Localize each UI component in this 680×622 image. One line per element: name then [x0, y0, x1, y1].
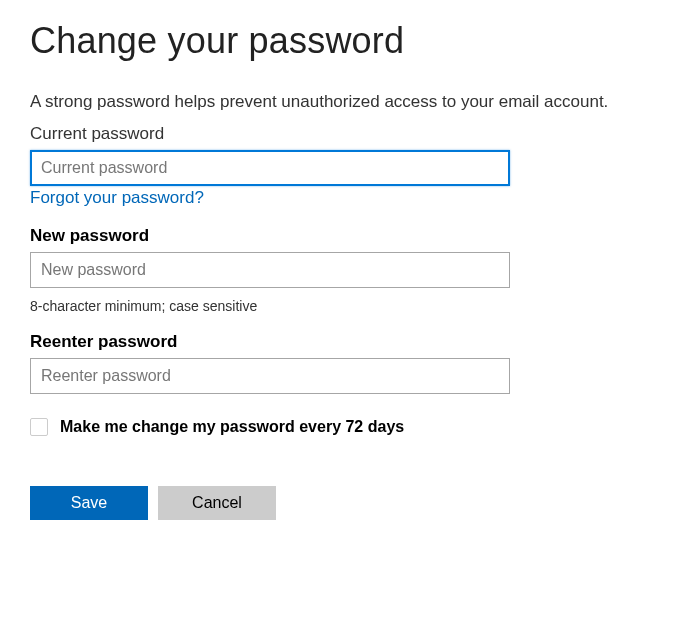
reenter-password-group: Reenter password	[30, 332, 650, 394]
force-change-checkbox-label[interactable]: Make me change my password every 72 days	[60, 418, 404, 436]
password-hint: 8-character minimum; case sensitive	[30, 298, 650, 314]
cancel-button[interactable]: Cancel	[158, 486, 276, 520]
new-password-input[interactable]	[30, 252, 510, 288]
save-button[interactable]: Save	[30, 486, 148, 520]
page-title: Change your password	[30, 20, 650, 62]
current-password-label: Current password	[30, 124, 650, 144]
reenter-password-input[interactable]	[30, 358, 510, 394]
new-password-label: New password	[30, 226, 650, 246]
new-password-group: New password 8-character minimum; case s…	[30, 226, 650, 314]
current-password-group: Current password Forgot your password?	[30, 124, 650, 208]
checkbox-row: Make me change my password every 72 days	[30, 418, 650, 436]
force-change-checkbox[interactable]	[30, 418, 48, 436]
forgot-password-link[interactable]: Forgot your password?	[30, 188, 204, 208]
description-text: A strong password helps prevent unauthor…	[30, 92, 650, 112]
button-row: Save Cancel	[30, 486, 650, 520]
reenter-password-label: Reenter password	[30, 332, 650, 352]
current-password-input[interactable]	[30, 150, 510, 186]
